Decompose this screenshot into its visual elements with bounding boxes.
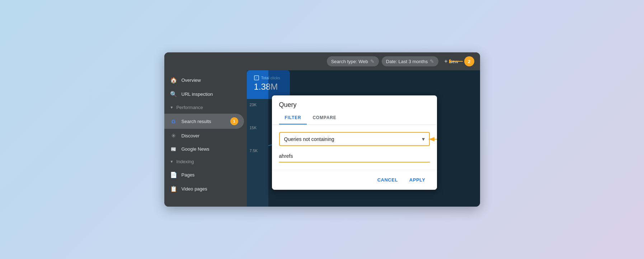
y-axis-labels: 23K 15K 7.5K (247, 103, 261, 153)
sidebar-item-search-results[interactable]: G Search results 1 (164, 114, 244, 129)
content-area: Total clicks 1.38M 23K 15K 7.5K (247, 70, 480, 207)
date-label: Date: Last 3 months (386, 59, 428, 64)
sidebar-item-url-inspection[interactable]: 🔍 URL inspection (164, 87, 244, 101)
home-icon: 🏠 (170, 77, 177, 84)
sidebar-item-discover[interactable]: ✳ Discover (164, 129, 244, 143)
dialog-tabs: FILTER COMPARE (272, 112, 437, 125)
annotation-badge-2: 2 (464, 56, 474, 66)
filter-type-label: Queries not containing (284, 136, 422, 142)
sidebar-overview-label: Overview (182, 77, 201, 83)
sidebar-pages-label: Pages (182, 172, 195, 178)
dialog-body: Queries not containing ▾ (272, 125, 437, 170)
sidebar-performance-section[interactable]: ▼ Performance (164, 101, 247, 114)
search-type-label: Search type: Web (331, 59, 368, 64)
search-type-chip[interactable]: Search type: Web ✎ (327, 56, 379, 66)
sidebar-video-pages-label: Video pages (182, 186, 207, 192)
y-label-1: 23K (250, 103, 258, 107)
video-pages-icon: 📋 (170, 185, 177, 192)
query-dialog: Query FILTER COMPARE Queries not contain… (272, 95, 437, 190)
date-edit-icon: ✎ (430, 58, 434, 64)
tab-compare[interactable]: COMPARE (307, 112, 342, 124)
dialog-footer: CANCEL APPLY (272, 170, 437, 190)
filter-type-wrapper[interactable]: Queries not containing ▾ (279, 132, 430, 146)
sidebar: 🏠 Overview 🔍 URL inspection ▼ Performanc… (164, 70, 247, 207)
sidebar-indexing-section[interactable]: ▼ Indexing (164, 155, 247, 168)
sidebar-url-label: URL inspection (182, 91, 213, 97)
main-content: 🏠 Overview 🔍 URL inspection ▼ Performanc… (164, 70, 480, 207)
search-type-edit-icon: ✎ (370, 58, 375, 64)
y-label-2: 15K (250, 126, 258, 130)
sidebar-performance-label: Performance (176, 105, 203, 110)
apply-button[interactable]: APPLY (405, 174, 430, 185)
asterisk-icon: ✳ (170, 132, 177, 139)
app-window: Search type: Web ✎ Date: Last 3 months ✎… (164, 52, 480, 207)
sidebar-indexing-label: Indexing (176, 159, 194, 164)
sidebar-item-overview[interactable]: 🏠 Overview (164, 73, 244, 87)
news-icon: 📰 (170, 147, 177, 152)
plus-icon: + (444, 58, 447, 65)
pages-icon: 📄 (170, 171, 177, 178)
filter-input-wrapper (279, 150, 430, 163)
top-bar: Search type: Web ✎ Date: Last 3 months ✎… (164, 52, 480, 70)
cancel-button[interactable]: CANCEL (373, 174, 402, 185)
checkbox-icon (254, 75, 259, 80)
dropdown-arrow-icon: ▾ (422, 136, 425, 142)
chevron-down-icon-2: ▼ (170, 160, 174, 164)
filter-value-input[interactable] (279, 150, 430, 163)
date-chip[interactable]: Date: Last 3 months ✎ (382, 56, 438, 66)
dialog-overlay: Query FILTER COMPARE Queries not contain… (268, 70, 480, 207)
google-g-icon: G (170, 118, 177, 124)
arrow-2-svg (449, 58, 464, 65)
tab-filter[interactable]: FILTER (279, 112, 307, 124)
sidebar-item-google-news[interactable]: 📰 Google News (164, 143, 244, 155)
sidebar-item-pages[interactable]: 📄 Pages (164, 168, 244, 182)
chevron-down-icon: ▼ (170, 105, 174, 109)
sidebar-discover-label: Discover (182, 133, 200, 138)
sidebar-search-results-label: Search results (182, 119, 211, 124)
y-label-3: 7.5K (250, 149, 258, 153)
search-icon: 🔍 (170, 91, 177, 98)
sidebar-google-news-label: Google News (182, 146, 210, 152)
dialog-title: Query (272, 95, 437, 109)
annotation-badge-1: 1 (230, 117, 238, 125)
sidebar-item-video-pages[interactable]: 📋 Video pages (164, 182, 244, 196)
